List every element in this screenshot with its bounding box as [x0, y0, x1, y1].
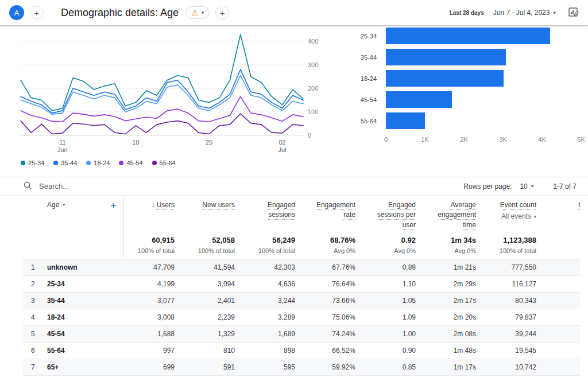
table-totals-row: 60,915100% of total52,058100% of total56… — [23, 236, 580, 254]
bar — [386, 70, 504, 87]
sampling-warning-chip[interactable]: ⚠ ▾ — [185, 6, 210, 19]
metric-cell: 2m 17s — [425, 297, 485, 305]
bar-axis-tick: 1K — [421, 136, 428, 143]
event-filter-dropdown[interactable]: All events▾ — [485, 212, 536, 221]
dimension-selector[interactable]: Age ▾ — [47, 201, 65, 209]
bar-axis-tick: 2K — [460, 136, 467, 143]
column-header-event-count[interactable]: Event countAll events▾ — [485, 200, 546, 230]
svg-text:11: 11 — [59, 139, 65, 146]
bar-track — [386, 49, 581, 65]
warning-icon: ⚠ — [191, 9, 199, 17]
legend-dot — [86, 161, 91, 165]
row-number: 1 — [23, 263, 44, 271]
legend-label: 45-54 — [126, 160, 142, 166]
table-header-row: Age ▾+↓UsersNew usersEngaged sessionsEng… — [23, 200, 580, 230]
age-cell: 35-44 — [44, 297, 123, 305]
bar-axis: 01K2K3K4K5K — [386, 136, 581, 144]
metric-cell: 1,688 — [123, 330, 184, 338]
legend-item-55-64: 55-64 — [152, 160, 176, 166]
sort-descending-icon: ↓ — [152, 200, 155, 210]
metric-cell: 75.06% — [304, 313, 365, 321]
metric-cell: 116,127 — [485, 280, 546, 288]
rows-per-page-select[interactable]: 10 ▾ — [516, 182, 537, 191]
chevron-down-icon: ▾ — [202, 10, 204, 15]
chevron-down-icon: ▾ — [531, 184, 534, 189]
table-row: 225-344,1993,0944,63676.64%1.102m 29s116… — [23, 276, 580, 293]
legend-label: 55-64 — [160, 160, 176, 166]
svg-text:400: 400 — [308, 38, 318, 45]
totals-subtext: 100% of total — [123, 247, 175, 254]
legend-dot — [21, 161, 25, 165]
totals-subtext: Avg 0% — [304, 247, 355, 254]
customize-report-icon[interactable] — [567, 6, 579, 20]
metric-cell: 4,199 — [123, 280, 184, 288]
metric-cell: 47,709 — [123, 263, 184, 271]
table-row: 655-6499781089866.52%0.901m 48s19,545 — [23, 343, 580, 359]
bar-track — [386, 70, 581, 87]
svg-text:Jun: Jun — [57, 146, 68, 153]
metric-cell: 2,239 — [184, 313, 244, 321]
metric-cell: 66.52% — [304, 347, 365, 355]
totals-cell: 52,058100% of total — [184, 236, 244, 254]
chart-legend: 25-3435-4418-2445-5455-64 — [21, 160, 338, 166]
table-row: 335-443,0772,4013,24473.66%1.052m 17s80,… — [23, 293, 580, 309]
bar-track — [386, 28, 581, 44]
column-header-average-engagement-time[interactable]: Average engagement time — [425, 200, 485, 230]
column-header-label: Engaged sessions — [268, 201, 295, 219]
bar-row-25-34: 25-34 — [345, 28, 581, 44]
add-dimension-button[interactable]: + — [110, 201, 117, 211]
avatar[interactable]: A — [9, 5, 24, 20]
date-range-label: Last 28 days — [450, 10, 484, 16]
metric-cell: 4,636 — [244, 280, 304, 288]
bar — [386, 91, 452, 108]
metric-cell: 3,008 — [123, 313, 184, 321]
metric-cell: 59.92% — [304, 363, 365, 371]
bar-row-18-24: 18-24 — [345, 70, 581, 87]
bar-category-label: 18-24 — [345, 75, 377, 82]
metric-cell: 1m 21s — [425, 263, 485, 271]
metric-cell: 1.10 — [365, 280, 425, 288]
totals-value: 0.92 — [365, 236, 416, 244]
column-header-new-users[interactable]: New users — [184, 200, 244, 230]
metric-cell: 67.76% — [304, 263, 365, 271]
totals-value: 68.76% — [304, 236, 355, 244]
add-report-button[interactable]: + — [215, 6, 229, 20]
column-header-label: Average engagement time — [438, 201, 476, 229]
table-row: 418-243,0082,2393,28975.06%1.092m 20s79,… — [23, 309, 580, 326]
bar-row-55-64: 55-64 — [345, 112, 581, 129]
column-divider — [123, 198, 124, 256]
svg-text:200: 200 — [308, 85, 318, 92]
legend-label: 25-34 — [28, 160, 44, 166]
metric-cell: 898 — [244, 347, 304, 355]
metric-cell: 73.66% — [304, 297, 365, 305]
column-header-engaged-sessions[interactable]: Engaged sessions — [244, 200, 304, 230]
svg-text:Jul: Jul — [278, 146, 287, 153]
totals-cell: 68.76%Avg 0% — [304, 236, 365, 254]
event-filter-dropdown[interactable]: All events▾ — [546, 212, 580, 221]
legend-item-45-54: 45-54 — [119, 160, 142, 166]
column-header-users[interactable]: ↓Users — [123, 200, 184, 230]
column-header-engagement-rate[interactable]: Engagement rate — [304, 200, 365, 230]
legend-dot — [152, 161, 157, 165]
table-toolbar: Rows per page: 10 ▾ 1-7 of 7 — [0, 177, 588, 196]
date-range-picker[interactable]: Jun 7 - Jul 4, 2023 ▾ — [490, 8, 559, 17]
add-comparison-button[interactable]: + — [30, 6, 44, 20]
metric-cell: 3,244 — [244, 297, 304, 305]
column-header-label: New users — [202, 201, 235, 209]
metric-cell: 2m 08s — [425, 330, 485, 338]
column-header-engaged-sessions-per-user[interactable]: Engaged sessions per user — [365, 200, 425, 230]
column-header-conversions[interactable]: ConversionsAll events▾ — [546, 200, 580, 230]
search-input[interactable] — [38, 181, 164, 191]
totals-cell: 0.92Avg 0% — [365, 236, 425, 254]
totals-cell: 60,915100% of total — [123, 236, 184, 254]
chevron-down-icon: ▾ — [553, 10, 556, 15]
metric-cell: 777,550 — [485, 263, 546, 271]
legend-dot — [53, 161, 58, 165]
legend-label: 35-44 — [61, 160, 77, 166]
bar — [386, 49, 506, 65]
metric-cell: 2m 20s — [425, 313, 485, 321]
age-cell: unknown — [44, 263, 123, 271]
bar-category-label: 35-44 — [345, 54, 377, 61]
metric-cell: 3,094 — [184, 280, 244, 288]
search-icon — [23, 181, 32, 192]
